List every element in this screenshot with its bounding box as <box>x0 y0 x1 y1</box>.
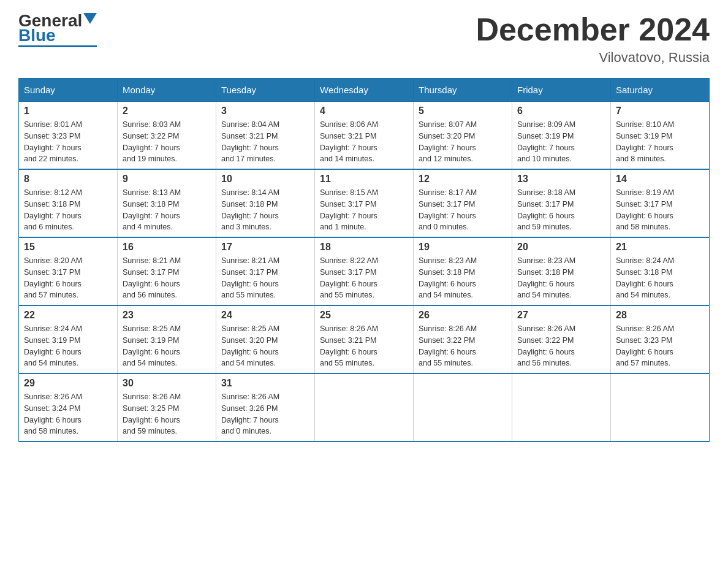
header-row: Sunday Monday Tuesday Wednesday Thursday… <box>19 79 710 102</box>
day-info: Sunrise: 8:24 AMSunset: 3:19 PMDaylight:… <box>24 323 112 369</box>
calendar-cell: 31Sunrise: 8:26 AMSunset: 3:26 PMDayligh… <box>216 373 315 442</box>
day-number: 27 <box>517 310 605 321</box>
day-info: Sunrise: 8:26 AMSunset: 3:25 PMDaylight:… <box>123 391 211 437</box>
calendar-week-3: 15Sunrise: 8:20 AMSunset: 3:17 PMDayligh… <box>19 237 710 305</box>
calendar-table: Sunday Monday Tuesday Wednesday Thursday… <box>18 78 710 442</box>
day-number: 4 <box>320 105 408 117</box>
calendar-cell: 14Sunrise: 8:19 AMSunset: 3:17 PMDayligh… <box>611 169 710 237</box>
day-number: 14 <box>616 174 704 185</box>
day-number: 13 <box>517 174 605 185</box>
day-number: 8 <box>24 174 112 185</box>
col-friday: Friday <box>512 79 611 102</box>
day-number: 5 <box>419 105 507 117</box>
calendar-cell: 1Sunrise: 8:01 AMSunset: 3:23 PMDaylight… <box>19 102 118 170</box>
calendar-cell <box>611 373 710 442</box>
day-info: Sunrise: 8:26 AMSunset: 3:26 PMDaylight:… <box>221 391 309 437</box>
calendar-cell: 27Sunrise: 8:26 AMSunset: 3:22 PMDayligh… <box>512 305 611 373</box>
logo-underline <box>18 45 97 47</box>
title-section: December 2024 Vilovatovo, Russia <box>476 12 710 66</box>
day-number: 24 <box>221 310 309 321</box>
day-number: 23 <box>123 310 211 321</box>
col-monday: Monday <box>118 79 216 102</box>
calendar-cell: 17Sunrise: 8:21 AMSunset: 3:17 PMDayligh… <box>216 237 315 305</box>
day-number: 21 <box>616 242 704 253</box>
calendar-cell: 2Sunrise: 8:03 AMSunset: 3:22 PMDaylight… <box>118 102 216 170</box>
day-info: Sunrise: 8:25 AMSunset: 3:19 PMDaylight:… <box>123 323 211 369</box>
calendar-cell: 22Sunrise: 8:24 AMSunset: 3:19 PMDayligh… <box>19 305 118 373</box>
day-info: Sunrise: 8:18 AMSunset: 3:17 PMDaylight:… <box>517 187 605 233</box>
day-info: Sunrise: 8:21 AMSunset: 3:17 PMDaylight:… <box>221 255 309 301</box>
calendar-cell: 5Sunrise: 8:07 AMSunset: 3:20 PMDaylight… <box>414 102 512 170</box>
day-info: Sunrise: 8:26 AMSunset: 3:22 PMDaylight:… <box>419 323 507 369</box>
calendar-cell: 19Sunrise: 8:23 AMSunset: 3:18 PMDayligh… <box>414 237 512 305</box>
calendar-week-1: 1Sunrise: 8:01 AMSunset: 3:23 PMDaylight… <box>19 102 710 170</box>
calendar-cell: 12Sunrise: 8:17 AMSunset: 3:17 PMDayligh… <box>414 169 512 237</box>
day-info: Sunrise: 8:10 AMSunset: 3:19 PMDaylight:… <box>616 119 704 165</box>
calendar-cell: 13Sunrise: 8:18 AMSunset: 3:17 PMDayligh… <box>512 169 611 237</box>
calendar-cell: 11Sunrise: 8:15 AMSunset: 3:17 PMDayligh… <box>315 169 414 237</box>
calendar-cell: 7Sunrise: 8:10 AMSunset: 3:19 PMDaylight… <box>611 102 710 170</box>
day-number: 29 <box>24 378 112 389</box>
calendar-week-5: 29Sunrise: 8:26 AMSunset: 3:24 PMDayligh… <box>19 373 710 442</box>
day-number: 6 <box>517 105 605 117</box>
day-number: 20 <box>517 242 605 253</box>
day-number: 22 <box>24 310 112 321</box>
calendar-cell: 21Sunrise: 8:24 AMSunset: 3:18 PMDayligh… <box>611 237 710 305</box>
logo: General Blue <box>18 12 97 47</box>
day-info: Sunrise: 8:22 AMSunset: 3:17 PMDaylight:… <box>320 255 408 301</box>
calendar-cell: 30Sunrise: 8:26 AMSunset: 3:25 PMDayligh… <box>118 373 216 442</box>
day-info: Sunrise: 8:26 AMSunset: 3:22 PMDaylight:… <box>517 323 605 369</box>
calendar-cell: 24Sunrise: 8:25 AMSunset: 3:20 PMDayligh… <box>216 305 315 373</box>
calendar-cell <box>512 373 611 442</box>
calendar-cell: 23Sunrise: 8:25 AMSunset: 3:19 PMDayligh… <box>118 305 216 373</box>
day-info: Sunrise: 8:06 AMSunset: 3:21 PMDaylight:… <box>320 119 408 165</box>
day-number: 15 <box>24 242 112 253</box>
day-number: 12 <box>419 174 507 185</box>
day-number: 18 <box>320 242 408 253</box>
calendar-header: Sunday Monday Tuesday Wednesday Thursday… <box>19 79 710 102</box>
col-sunday: Sunday <box>19 79 118 102</box>
day-info: Sunrise: 8:19 AMSunset: 3:17 PMDaylight:… <box>616 187 704 233</box>
calendar-cell: 4Sunrise: 8:06 AMSunset: 3:21 PMDaylight… <box>315 102 414 170</box>
day-info: Sunrise: 8:09 AMSunset: 3:19 PMDaylight:… <box>517 119 605 165</box>
calendar-cell: 8Sunrise: 8:12 AMSunset: 3:18 PMDaylight… <box>19 169 118 237</box>
day-number: 1 <box>24 105 112 117</box>
calendar-cell <box>414 373 512 442</box>
day-info: Sunrise: 8:25 AMSunset: 3:20 PMDaylight:… <box>221 323 309 369</box>
calendar-cell: 9Sunrise: 8:13 AMSunset: 3:18 PMDaylight… <box>118 169 216 237</box>
day-info: Sunrise: 8:12 AMSunset: 3:18 PMDaylight:… <box>24 187 112 233</box>
day-number: 30 <box>123 378 211 389</box>
calendar-cell: 18Sunrise: 8:22 AMSunset: 3:17 PMDayligh… <box>315 237 414 305</box>
col-thursday: Thursday <box>414 79 512 102</box>
day-info: Sunrise: 8:04 AMSunset: 3:21 PMDaylight:… <box>221 119 309 165</box>
day-info: Sunrise: 8:13 AMSunset: 3:18 PMDaylight:… <box>123 187 211 233</box>
logo-blue-text: Blue <box>18 27 56 44</box>
calendar-cell: 16Sunrise: 8:21 AMSunset: 3:17 PMDayligh… <box>118 237 216 305</box>
location-text: Vilovatovo, Russia <box>476 50 710 66</box>
day-number: 26 <box>419 310 507 321</box>
day-number: 19 <box>419 242 507 253</box>
day-number: 11 <box>320 174 408 185</box>
calendar-cell <box>315 373 414 442</box>
day-info: Sunrise: 8:26 AMSunset: 3:24 PMDaylight:… <box>24 391 112 437</box>
page-header: General Blue December 2024 Vilovatovo, R… <box>18 12 710 66</box>
calendar-cell: 10Sunrise: 8:14 AMSunset: 3:18 PMDayligh… <box>216 169 315 237</box>
calendar-cell: 25Sunrise: 8:26 AMSunset: 3:21 PMDayligh… <box>315 305 414 373</box>
day-number: 17 <box>221 242 309 253</box>
calendar-cell: 28Sunrise: 8:26 AMSunset: 3:23 PMDayligh… <box>611 305 710 373</box>
calendar-cell: 3Sunrise: 8:04 AMSunset: 3:21 PMDaylight… <box>216 102 315 170</box>
calendar-cell: 6Sunrise: 8:09 AMSunset: 3:19 PMDaylight… <box>512 102 611 170</box>
day-number: 2 <box>123 105 211 117</box>
day-info: Sunrise: 8:15 AMSunset: 3:17 PMDaylight:… <box>320 187 408 233</box>
day-info: Sunrise: 8:20 AMSunset: 3:17 PMDaylight:… <box>24 255 112 301</box>
day-info: Sunrise: 8:01 AMSunset: 3:23 PMDaylight:… <box>24 119 112 165</box>
day-number: 3 <box>221 105 309 117</box>
col-tuesday: Tuesday <box>216 79 315 102</box>
calendar-body: 1Sunrise: 8:01 AMSunset: 3:23 PMDaylight… <box>19 102 710 442</box>
day-info: Sunrise: 8:23 AMSunset: 3:18 PMDaylight:… <box>419 255 507 301</box>
day-number: 9 <box>123 174 211 185</box>
day-info: Sunrise: 8:17 AMSunset: 3:17 PMDaylight:… <box>419 187 507 233</box>
col-wednesday: Wednesday <box>315 79 414 102</box>
month-title: December 2024 <box>476 12 710 47</box>
logo-triangle-icon <box>83 13 97 26</box>
